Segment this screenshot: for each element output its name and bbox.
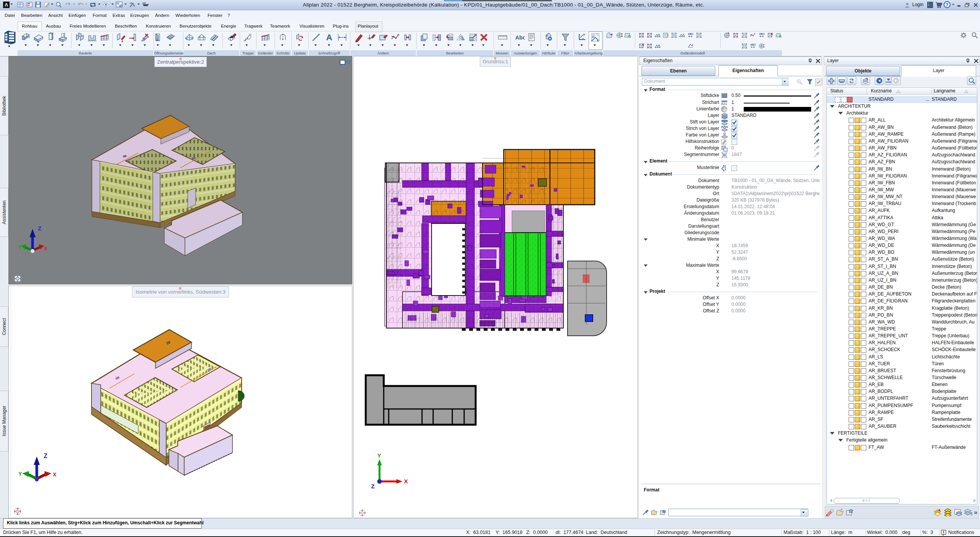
svg-text:X: X [44,246,47,251]
svg-text:Z: Z [44,453,47,459]
svg-text:ABC: ABC [750,43,756,46]
svg-text:Y: Y [377,452,381,459]
svg-text:§: § [970,512,973,516]
svg-text:A: A [326,33,332,42]
svg-text:Z: Z [38,225,41,232]
svg-text:ABC: ABC [688,33,694,35]
svg-text:Abc: Abc [515,34,525,41]
svg-text:Y: Y [18,471,22,477]
svg-text:X: X [404,478,408,484]
svg-text:2: 2 [120,5,121,7]
svg-text:?: ? [946,2,948,8]
svg-text:X: X [53,471,57,478]
svg-text:ABC: ABC [759,33,765,35]
svg-text:Z: Z [371,483,375,489]
svg-text:Y: Y [18,244,21,250]
